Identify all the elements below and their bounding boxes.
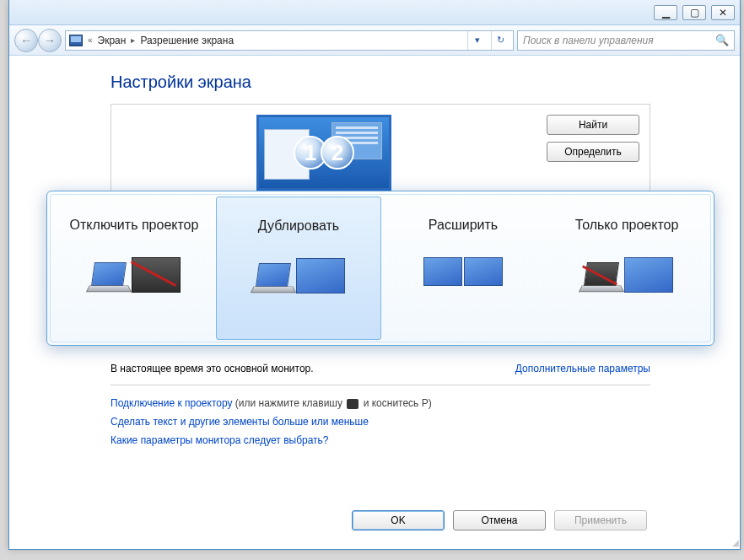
minimize-button[interactable]: ▁ xyxy=(654,5,677,20)
breadcrumb-chevron-icon: ▸ xyxy=(131,35,135,45)
breadcrumb-chevron-icon: « xyxy=(88,35,93,45)
address-dropdown-button[interactable]: ▾ xyxy=(467,31,486,50)
primary-monitor-status: В настоящее время это основной монитор. xyxy=(111,363,314,374)
search-placeholder: Поиск в панели управления xyxy=(523,35,654,46)
nav-bar: ← → « Экран ▸ Разрешение экрана ▾ ↻ Поис… xyxy=(9,25,740,56)
divider xyxy=(111,385,650,385)
address-bar[interactable]: « Экран ▸ Разрешение экрана ▾ ↻ xyxy=(65,30,514,51)
option-graphic xyxy=(252,258,345,293)
nav-forward-button[interactable]: → xyxy=(38,29,62,52)
identify-button[interactable]: Определить xyxy=(547,142,639,162)
lower-content: В настоящее время это основной монитор. … xyxy=(111,358,650,450)
option-projector-only[interactable]: Только проектор xyxy=(545,197,709,340)
text-size-link[interactable]: Сделать текст и другие элементы больше и… xyxy=(111,416,369,428)
close-button[interactable]: ✕ xyxy=(711,5,735,20)
option-graphic xyxy=(580,257,673,293)
dialog-buttons: OK Отмена Применить xyxy=(352,510,647,530)
maximize-button[interactable]: ▢ xyxy=(682,5,706,20)
cancel-button[interactable]: Отмена xyxy=(453,510,546,530)
breadcrumb-item-screen[interactable]: Экран xyxy=(98,35,127,46)
control-panel-icon xyxy=(69,35,83,46)
title-bar: ▁ ▢ ✕ xyxy=(9,0,740,25)
find-button[interactable]: Найти xyxy=(547,115,639,135)
connect-projector-hint-a: (или нажмите клавишу xyxy=(233,397,346,409)
display-number-2: 2 xyxy=(321,136,354,170)
option-disconnect-projector[interactable]: Отключить проектор xyxy=(52,197,216,340)
option-extend[interactable]: Расширить xyxy=(381,197,545,340)
breadcrumb-item-resolution[interactable]: Разрешение экрана xyxy=(140,35,234,46)
display-thumbnail[interactable]: 1 2 xyxy=(256,115,391,191)
windows-key-icon xyxy=(347,399,359,409)
connect-projector-hint-b: и коснитесь P) xyxy=(360,397,431,409)
option-graphic xyxy=(423,257,503,286)
option-duplicate[interactable]: Дублировать xyxy=(216,197,381,340)
search-input[interactable]: Поиск в панели управления 🔍 xyxy=(517,30,735,51)
advanced-settings-link[interactable]: Дополнительные параметры xyxy=(515,363,650,374)
option-label: Дублировать xyxy=(258,209,339,243)
search-icon: 🔍 xyxy=(715,34,729,46)
refresh-button[interactable]: ↻ xyxy=(491,31,509,50)
option-label: Отключить проектор xyxy=(70,208,199,242)
window-frame: ▁ ▢ ✕ ← → « Экран ▸ Разрешение экрана ▾ … xyxy=(8,0,741,550)
option-label: Только проектор xyxy=(575,208,679,242)
monitor-help-link[interactable]: Какие параметры монитора следует выбрать… xyxy=(111,434,329,446)
ok-button[interactable]: OK xyxy=(352,510,445,530)
connect-projector-link[interactable]: Подключение к проектору xyxy=(111,397,233,409)
apply-button: Применить xyxy=(554,510,647,530)
resize-grip-icon[interactable]: ◢ xyxy=(732,538,738,547)
nav-back-button[interactable]: ← xyxy=(14,29,38,52)
page-title: Настройки экрана xyxy=(111,73,740,92)
option-graphic xyxy=(88,257,181,293)
projection-mode-popup: Отключить проектор Дублировать Расширить… xyxy=(46,191,714,346)
option-label: Расширить xyxy=(429,208,498,242)
